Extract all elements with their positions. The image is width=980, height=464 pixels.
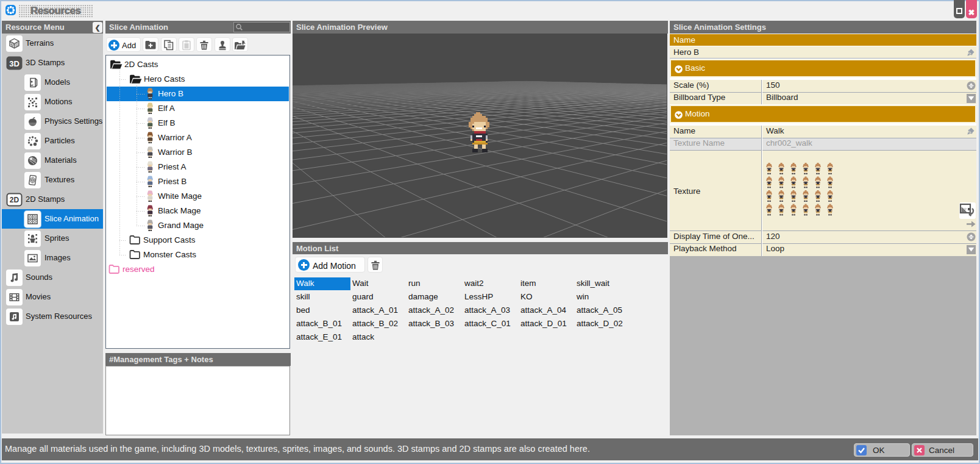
svg-text:3D: 3D	[9, 59, 20, 68]
svg-text:2D: 2D	[10, 196, 20, 204]
